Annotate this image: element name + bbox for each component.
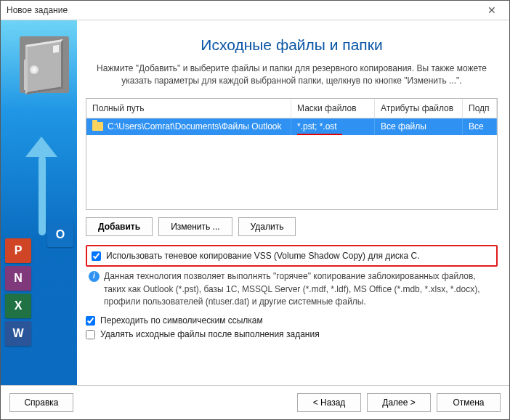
row-mask-text: *.pst; *.ost [297,121,337,132]
symlinks-checkbox-row[interactable]: Переходить по символическим ссылкам [86,314,498,327]
table-header: Полный путь Маски файлов Атрибуты файлов… [86,99,497,118]
outlook-icon: O [47,222,73,247]
close-button[interactable]: ✕ [477,1,506,19]
page-title: Исходные файлы и папки [86,36,498,54]
options-block: Использовать теневое копирование VSS (Vo… [86,245,498,341]
app-tiles: O P N X W [5,238,31,349]
wizard-footer: Справка < Назад Далее > Отмена [1,385,509,419]
symlinks-checkbox[interactable] [86,316,95,326]
title-bar: Новое задание ✕ [1,1,509,20]
info-icon: i [89,271,100,282]
table-row[interactable]: C:\Users\Comrat\Documents\Файлы Outlook … [86,118,497,135]
col-mask-header[interactable]: Маски файлов [291,99,375,118]
vss-hint-text: Данная технология позволяет выполнять "г… [104,270,498,308]
powerpoint-icon: P [5,238,31,263]
row-sub-text: Все [469,121,484,132]
source-table: Полный путь Маски файлов Атрибуты файлов… [86,98,498,210]
wizard-sidebar: O P N X W [1,20,77,385]
col-path-header[interactable]: Полный путь [86,99,291,118]
cell-attr: Все файлы [375,118,463,135]
folder-icon [92,122,103,131]
symlinks-label: Переходить по символическим ссылкам [100,315,263,326]
delete-source-checkbox[interactable] [86,330,95,339]
vss-hint: i Данная технология позволяет выполнять … [89,270,498,308]
cell-path: C:\Users\Comrat\Documents\Файлы Outlook [86,118,291,135]
next-button[interactable]: Далее > [367,393,431,412]
row-path-text: C:\Users\Comrat\Documents\Файлы Outlook [108,121,282,132]
wizard-main: Исходные файлы и папки Нажмите "Добавить… [77,20,509,385]
vss-option-highlight: Использовать теневое копирование VSS (Vo… [86,245,498,267]
word-icon: W [5,321,31,346]
table-actions: Добавить Изменить ... Удалить [86,217,498,236]
vss-checkbox-row[interactable]: Использовать теневое копирование VSS (Vo… [92,249,492,262]
edit-button[interactable]: Изменить ... [158,217,232,236]
mask-highlight [297,134,342,135]
col-sub-header[interactable]: Подп [463,99,497,118]
excel-icon: X [5,294,31,318]
page-subtitle: Нажмите "Добавить" и выберите файлы и па… [86,62,498,88]
row-attr-text: Все файлы [381,121,426,132]
window-title: Новое задание [7,5,68,15]
back-button[interactable]: < Назад [297,393,361,412]
cancel-button[interactable]: Отмена [437,393,501,412]
vss-label: Использовать теневое копирование VSS (Vo… [106,251,419,261]
cell-mask: *.pst; *.ost [291,118,375,135]
delete-source-label: Удалять исходные файлы после выполнения … [100,329,320,339]
delete-button[interactable]: Удалить [238,217,296,236]
help-button[interactable]: Справка [9,393,73,412]
col-attr-header[interactable]: Атрибуты файлов [375,99,463,118]
onenote-icon: N [5,266,31,291]
delete-source-checkbox-row[interactable]: Удалять исходные файлы после выполнения … [86,328,498,341]
add-button[interactable]: Добавить [86,217,153,236]
safe-illustration [20,36,69,93]
dialog-window: Новое задание ✕ O P N X W Исходн [0,0,510,420]
vss-checkbox[interactable] [92,251,101,261]
cell-sub: Все [463,118,497,135]
close-icon: ✕ [487,4,496,16]
